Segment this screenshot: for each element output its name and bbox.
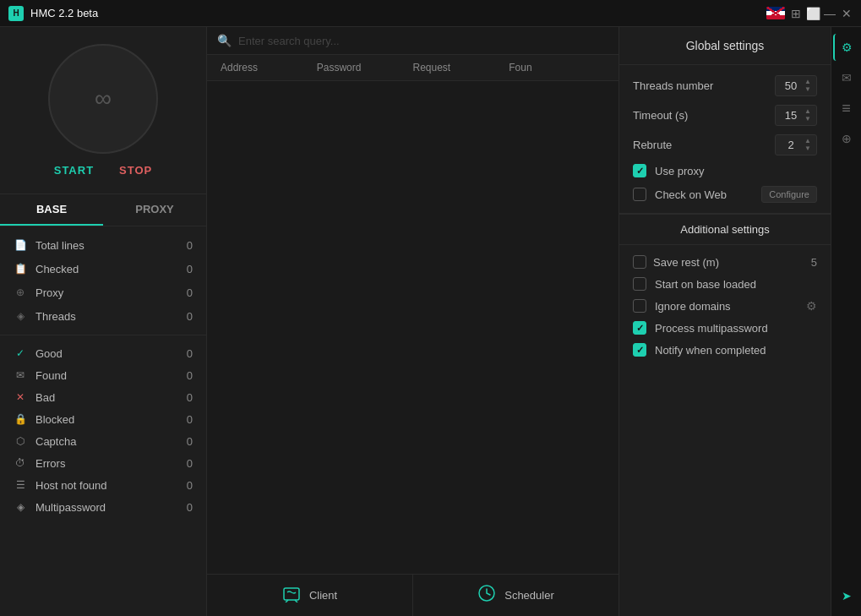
stat-total-lines-value: 0 [176,239,193,252]
use-proxy-checkbox[interactable]: ✓ [633,164,646,177]
result-host-not-found: ☰ Host not found 0 [0,474,206,496]
threads-up-arrow[interactable]: ▲ [804,79,811,85]
language-flag[interactable] [766,7,785,19]
save-rest-row: Save rest (m) 5 [633,255,817,269]
close-button[interactable]: ✕ [841,8,853,19]
client-button[interactable]: Client [207,575,413,616]
rebrute-row: Rebrute 2 ▲ ▼ [633,134,817,155]
circle-area: ∞ START STOP [0,27,206,194]
stat-total-lines: 📄 Total lines 0 [0,233,206,257]
ignore-domains-checkbox[interactable] [633,299,646,313]
total-lines-icon: 📄 [14,238,27,252]
stats-list: 📄 Total lines 0 📋 Checked 0 ⊕ Proxy 0 ◈ … [0,226,206,335]
settings-nav-icon[interactable]: ⚙ [833,34,860,61]
timeout-arrows[interactable]: ▲ ▼ [804,108,811,123]
stat-threads-label: Threads [35,310,167,323]
notify-when-completed-checkbox[interactable]: ✓ [633,343,646,357]
result-errors: ⏱ Errors 0 [0,452,206,474]
globe-nav-icon[interactable]: ⊕ [833,125,860,152]
stat-total-lines-label: Total lines [35,239,167,252]
stat-threads-value: 0 [176,310,193,323]
threads-arrows[interactable]: ▲ ▼ [804,79,811,93]
checked-icon: 📋 [14,262,27,275]
left-sidebar: ∞ START STOP BASE PROXY 📄 Total lines 0 … [0,27,207,616]
stat-proxy: ⊕ Proxy 0 [0,281,206,304]
result-blocked: 🔒 Blocked 0 [0,408,206,430]
threads-number-spinbox[interactable]: 50 ▲ ▼ [775,75,817,96]
result-host-not-found-value: 0 [187,479,193,492]
scheduler-label: Scheduler [504,589,554,602]
global-settings-title: Global settings [619,27,831,65]
infinity-icon: ∞ [95,85,112,112]
save-rest-label: Save rest (m) [653,256,719,269]
window-icon[interactable]: ⬜ [807,8,819,19]
timeout-label: Timeout (s) [633,109,775,122]
stat-checked-label: Checked [35,263,167,275]
result-bad-value: 0 [187,391,193,404]
ignore-domains-label: Ignore domains [655,300,731,313]
rebrute-arrows[interactable]: ▲ ▼ [804,138,811,152]
layers-nav-icon[interactable]: ≡ [833,95,860,122]
threads-number-label: Threads number [633,79,775,92]
result-good-value: 0 [187,347,193,360]
process-multipassword-label: Process multipassword [655,322,768,335]
search-input[interactable] [238,35,608,47]
proxy-icon: ⊕ [14,286,27,299]
result-errors-label: Errors [35,457,178,470]
bad-icon: ✕ [14,390,27,404]
rebrute-down-arrow[interactable]: ▼ [804,145,811,152]
result-captcha-label: Captcha [35,435,178,448]
rebrute-spinbox[interactable]: 2 ▲ ▼ [775,134,817,155]
good-icon: ✓ [14,346,27,360]
stop-button[interactable]: STOP [119,164,152,177]
check-on-web-checkbox[interactable] [633,188,646,201]
tab-proxy[interactable]: PROXY [103,194,206,226]
result-found: ✉ Found 0 [0,364,206,386]
minimize-button[interactable]: — [824,8,836,19]
stat-proxy-value: 0 [176,286,193,299]
start-button[interactable]: START [54,164,94,177]
additional-settings-title: Additional settings [619,214,831,245]
bottom-buttons: Client Scheduler [207,574,619,616]
ignore-domains-gear-icon[interactable]: ⚙ [806,299,817,313]
threads-down-arrow[interactable]: ▼ [804,86,811,93]
telegram-nav-icon[interactable]: ➤ [833,582,860,609]
rebrute-up-arrow[interactable]: ▲ [804,138,811,144]
configure-button[interactable]: Configure [761,186,817,203]
app-title: HMC 2.2 beta [30,7,98,19]
notify-when-completed-row: ✓ Notify when completed [633,343,817,357]
result-host-not-found-label: Host not found [35,479,178,492]
timeout-spinbox[interactable]: 15 ▲ ▼ [775,105,817,126]
col-password: Password [317,62,413,74]
result-bad: ✕ Bad 0 [0,386,206,408]
stat-checked: 📋 Checked 0 [0,257,206,281]
rebrute-label: Rebrute [633,139,775,151]
save-rest-checkbox[interactable] [633,255,646,269]
mail-nav-icon[interactable]: ✉ [833,64,860,91]
check-on-web-label: Check on Web [655,188,727,201]
stat-threads: ◈ Threads 0 [0,304,206,328]
scheduler-button[interactable]: Scheduler [413,575,619,616]
client-icon [282,584,301,607]
stat-checked-value: 0 [176,263,193,275]
apps-icon[interactable]: ⊞ [790,8,802,19]
result-found-value: 0 [187,369,193,382]
process-multipassword-checkbox[interactable]: ✓ [633,321,646,335]
multipassword-icon: ◈ [14,500,27,514]
far-right-panel: ⚙ ✉ ≡ ⊕ ➤ [831,27,861,616]
ignore-domains-row: Ignore domains ⚙ [633,299,817,313]
found-icon: ✉ [14,368,27,382]
threads-number-value: 50 [781,79,801,92]
start-on-base-loaded-checkbox[interactable] [633,277,646,291]
start-on-base-loaded-row: Start on base loaded [633,277,817,291]
titlebar: H HMC 2.2 beta ⊞ ⬜ — ✕ [0,0,861,27]
titlebar-left: H HMC 2.2 beta [8,6,98,21]
timeout-up-arrow[interactable]: ▲ [804,108,811,115]
search-bar: 🔍 [207,27,619,55]
timeout-down-arrow[interactable]: ▼ [804,116,811,123]
tab-base[interactable]: BASE [0,194,103,226]
start-on-base-loaded-label: Start on base loaded [655,278,756,291]
start-stop-row: START STOP [54,164,153,177]
client-label: Client [309,589,337,602]
blocked-icon: 🔒 [14,412,27,426]
